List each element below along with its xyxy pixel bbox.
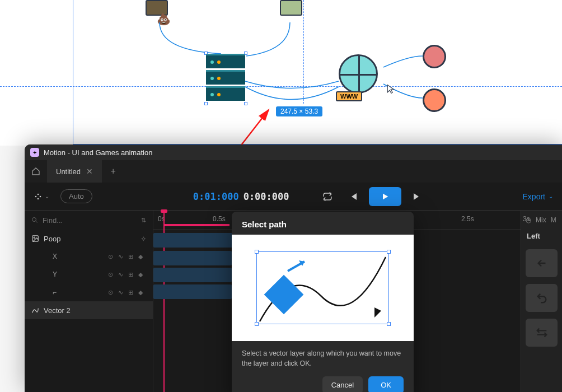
right-panel: ◷ Mix M Left: [521, 211, 562, 392]
layer-label: Vector 2: [44, 306, 71, 315]
layer-label: X: [53, 253, 57, 260]
target-icon[interactable]: ⟡: [141, 234, 146, 243]
cancel-button[interactable]: Cancel: [322, 376, 363, 392]
svg-point-5: [32, 218, 36, 222]
svg-point-4: [40, 195, 41, 197]
track-rotation[interactable]: [153, 284, 232, 299]
canvas-area: 💩 WWW 247.5 × 53.3: [0, 0, 562, 146]
tool-menu-button[interactable]: ⌄: [34, 192, 49, 201]
next-frame-button[interactable]: [407, 188, 427, 205]
layer-label: ⌐: [53, 288, 57, 296]
grid-icon[interactable]: ⊞: [128, 289, 136, 296]
toolbar: ⌄ Auto 0:01:000 0:00:000 Export: [25, 183, 562, 211]
playhead-range[interactable]: [163, 224, 230, 226]
prev-frame-button[interactable]: [343, 188, 363, 205]
keyframe-icon[interactable]: ◆: [138, 271, 146, 278]
sort-icon[interactable]: ⇅: [141, 217, 146, 224]
tab-mix[interactable]: Mix: [536, 216, 546, 224]
layer-vector-2[interactable]: Vector 2: [25, 301, 153, 319]
vector-icon: [31, 306, 39, 314]
tab-untitled[interactable]: Untitled ✕: [47, 160, 102, 183]
svg-point-2: [38, 193, 39, 195]
ruler-mark: 3s: [523, 215, 530, 223]
modal-description: Select a vector layer along which you wa…: [232, 341, 414, 376]
track-x[interactable]: [153, 251, 232, 265]
wave-icon[interactable]: ∿: [118, 271, 126, 278]
ruler-mark: 2.5s: [461, 215, 474, 223]
app-icon: ✦: [30, 148, 39, 157]
guide-horizontal: [0, 86, 562, 87]
home-button[interactable]: [25, 160, 47, 183]
layer-poop[interactable]: Poop ⟡: [25, 230, 153, 248]
timecode-total[interactable]: 0:00:000: [243, 191, 289, 202]
window-title: Motion - UI and Games animation: [44, 148, 152, 157]
track-y[interactable]: [153, 268, 232, 282]
layer-search-row: ⇅: [25, 211, 153, 230]
auto-button[interactable]: Auto: [60, 189, 92, 203]
image-icon: [31, 235, 39, 242]
play-button[interactable]: [369, 187, 401, 206]
titlebar: ✦ Motion - UI and Games animation: [25, 144, 562, 160]
layer-prop-x[interactable]: X ⊙ ∿ ⊞ ◆: [25, 248, 153, 265]
section-left-title: Left: [521, 226, 562, 246]
keyframe-icon: ◆: [138, 253, 146, 260]
grid-icon[interactable]: ⊞: [128, 253, 136, 260]
timecode-current[interactable]: 0:01:000: [193, 191, 239, 202]
layer-label: Poop: [44, 235, 60, 243]
playback-controls: [317, 187, 427, 206]
cursor-icon: [386, 84, 396, 97]
tab-add-button[interactable]: +: [102, 166, 124, 176]
layer-prop-y[interactable]: Y ⊙ ∿ ⊞ ◆: [25, 265, 153, 283]
align-left-button[interactable]: [526, 249, 558, 277]
tab-m[interactable]: M: [551, 216, 556, 224]
grid-icon[interactable]: ⊞: [128, 271, 136, 278]
ruler-mark: 0.5s: [213, 215, 226, 223]
selection-size-badge: 247.5 × 53.3: [276, 106, 322, 116]
svg-point-1: [35, 195, 37, 197]
layer-search-input[interactable]: [43, 216, 137, 225]
spiral-icon[interactable]: ⊙: [108, 289, 116, 296]
loop-button[interactable]: [317, 188, 338, 205]
wave-icon[interactable]: ∿: [118, 253, 126, 260]
server-stack-icon[interactable]: [206, 54, 245, 104]
svg-point-7: [34, 237, 35, 238]
modal-title: Select path: [232, 212, 414, 235]
spiral-icon[interactable]: ⊙: [108, 253, 116, 260]
motion-window: ✦ Motion - UI and Games animation Untitl…: [25, 144, 562, 392]
undo-button[interactable]: [526, 284, 558, 312]
swap-button[interactable]: [526, 319, 558, 347]
layer-prop-rotation[interactable]: ⌐ ⊙ ∿ ⊞ ◆: [25, 283, 153, 301]
layer-label: Y: [53, 270, 57, 278]
avatar-user-2[interactable]: [423, 88, 446, 112]
keyframe-icon[interactable]: ◆: [138, 289, 146, 296]
modal-illustration: [232, 235, 414, 341]
timecode-display: 0:01:000 0:00:000: [193, 191, 289, 202]
tabbar: Untitled ✕ +: [25, 160, 562, 183]
svg-point-3: [38, 198, 39, 199]
select-path-modal: Select path Select a vector layer along …: [232, 212, 414, 392]
spiral-icon[interactable]: ⊙: [108, 271, 116, 278]
wave-icon[interactable]: ∿: [118, 289, 126, 296]
avatar-user-1[interactable]: [423, 45, 446, 68]
tab-close-button[interactable]: ✕: [86, 167, 93, 176]
poop-icon: 💩: [157, 12, 171, 26]
layer-panel: ⇅ Poop ⟡ X ⊙ ∿ ⊞ ◆ Y: [25, 211, 153, 392]
ok-button[interactable]: OK: [368, 376, 404, 392]
tab-label: Untitled: [56, 167, 81, 176]
export-button[interactable]: Export ⌄: [523, 192, 553, 201]
illustration-desk-2: [269, 0, 313, 22]
search-icon: [31, 216, 38, 224]
www-badge: WWW: [336, 91, 362, 101]
